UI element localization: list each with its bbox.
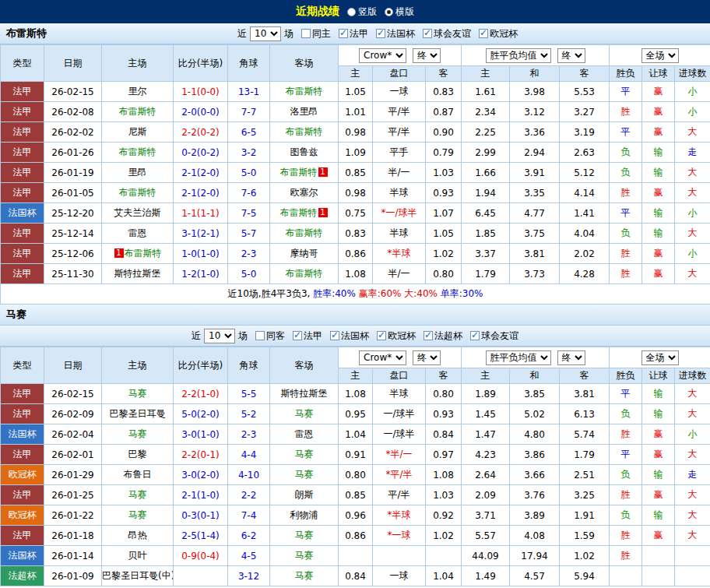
away-team-cell[interactable]: 布雷斯特: [270, 82, 339, 102]
games-count-select[interactable]: 10: [204, 329, 235, 343]
games-count-select[interactable]: 10: [250, 26, 281, 41]
away-team-cell[interactable]: 马赛: [270, 445, 339, 465]
avg-odds-select[interactable]: 胜平负均值: [486, 350, 551, 365]
match-row: 欧冠杯 26-01-29 布鲁日 3-0(2-0) 4-10 马赛 0.80 *…: [1, 465, 710, 485]
stats-summary-row: 近10场,胜4平3负3, 胜率:40% 赢率:60% 大:40% 单率:30%: [1, 284, 710, 305]
checkbox-icon[interactable]: [255, 331, 265, 340]
scope-select[interactable]: 全场: [641, 350, 679, 365]
away-team-cell[interactable]: 欧塞尔: [270, 183, 339, 203]
away-team-cell[interactable]: 布雷斯特: [270, 122, 339, 143]
corner-count-cell: 3-2: [228, 143, 270, 163]
away-team-cell[interactable]: 雷恩: [270, 424, 339, 445]
checkbox-icon[interactable]: [377, 331, 386, 340]
filter-option[interactable]: 同客: [255, 329, 285, 343]
corner-count-cell: 6-5: [228, 122, 270, 143]
checkbox-icon[interactable]: [301, 29, 311, 38]
avg-odds-select[interactable]: 胜平负均值: [486, 48, 551, 63]
home-team-cell[interactable]: 艾夫兰治斯: [102, 203, 174, 224]
filter-option[interactable]: 法国杯: [330, 329, 369, 343]
home-team-cell[interactable]: 马赛: [102, 384, 174, 404]
home-team-cell[interactable]: 布鲁日: [102, 465, 174, 485]
filter-bar-row: 近10场同客法甲法国杯欧冠杯法超杯球会友谊: [0, 326, 710, 347]
checkbox-icon[interactable]: [293, 331, 302, 340]
filter-option[interactable]: 欧冠杯: [479, 27, 518, 40]
filter-option[interactable]: 法国杯: [376, 27, 415, 40]
away-team-cell[interactable]: 马赛: [270, 526, 339, 546]
checkbox-icon[interactable]: [470, 331, 480, 340]
filter-option[interactable]: 法超杯: [424, 329, 462, 343]
odds-source-select[interactable]: Crow*: [359, 48, 406, 63]
avg-stage-select[interactable]: 终: [557, 48, 585, 63]
home-team-cell[interactable]: 贝叶: [102, 546, 174, 566]
away-team-cell[interactable]: 利物浦: [270, 505, 339, 526]
match-row: 法甲 26-01-25 马赛 2-1(1-0) 2-2 朗斯 0.85 平/半 …: [1, 485, 710, 505]
layout-vertical-option[interactable]: 竖版: [347, 5, 377, 19]
filter-option[interactable]: 欧冠杯: [377, 329, 416, 343]
home-team-cell[interactable]: 1布雷斯特: [102, 244, 174, 264]
corner-count-cell: 4-4: [228, 445, 270, 465]
scope-select[interactable]: 全场: [641, 48, 679, 63]
away-team-cell[interactable]: 马赛: [270, 404, 339, 424]
home-team-cell[interactable]: 里昂: [102, 163, 174, 183]
avg-home-odds-cell: 2.34: [462, 102, 510, 122]
filter-option[interactable]: 法甲: [293, 329, 322, 343]
result-handicap-cell: [642, 566, 675, 586]
league-type-cell: 法国杯: [1, 203, 44, 224]
away-team-cell[interactable]: 马赛: [270, 546, 339, 566]
handicap-line-cell: 一/球半: [373, 424, 426, 445]
home-team-cell[interactable]: 巴黎圣日耳曼(中): [102, 566, 174, 586]
filter-option[interactable]: 球会友谊: [470, 329, 518, 343]
odds-stage-select[interactable]: 终: [413, 48, 441, 63]
avg-stage-select[interactable]: 终: [557, 350, 585, 365]
home-team-cell[interactable]: 尼斯: [102, 122, 174, 143]
handicap-away-odds-cell: 0.92: [426, 505, 462, 526]
home-team-cell[interactable]: 雷恩: [102, 224, 174, 244]
away-team-cell[interactable]: 朗斯: [270, 485, 339, 505]
home-team-cell[interactable]: 里尔: [102, 82, 174, 102]
home-team-cell[interactable]: 昂热: [102, 526, 174, 546]
filter-option[interactable]: 法甲: [339, 27, 368, 40]
home-team-cell[interactable]: 布雷斯特: [102, 143, 174, 163]
result-goals-cell: 走: [675, 143, 710, 163]
avg-away-odds-cell: 5.12: [560, 163, 610, 183]
home-team-cell[interactable]: 马赛: [102, 424, 174, 445]
home-team-cell[interactable]: 布雷斯特: [102, 183, 174, 203]
radio-checked-icon[interactable]: [385, 8, 393, 16]
away-team-cell[interactable]: 布雷斯特: [270, 224, 339, 244]
filter-option[interactable]: 球会友谊: [423, 27, 471, 40]
home-team-cell[interactable]: 巴黎圣日耳曼: [102, 404, 174, 424]
checkbox-icon[interactable]: [424, 331, 433, 340]
away-team-cell[interactable]: 图鲁兹: [270, 143, 339, 163]
team-name: 马赛: [128, 489, 147, 500]
col-header-type: 类型: [1, 347, 44, 384]
checkbox-icon[interactable]: [423, 29, 432, 38]
radio-icon[interactable]: [347, 8, 356, 16]
handicap-line-cell: 半球: [373, 183, 426, 203]
home-team-cell[interactable]: 马赛: [102, 485, 174, 505]
filter-label: 法甲: [304, 329, 322, 343]
home-team-cell[interactable]: 巴黎: [102, 445, 174, 465]
checkbox-icon[interactable]: [330, 331, 339, 340]
layout-horizontal-option[interactable]: 横版: [385, 5, 414, 19]
away-team-cell[interactable]: 马赛: [270, 566, 339, 586]
away-team-cell[interactable]: 斯特拉斯堡: [270, 384, 339, 404]
home-team-cell[interactable]: 布雷斯特: [102, 102, 174, 122]
away-team-cell[interactable]: 布雷斯特1: [270, 203, 339, 224]
checkbox-icon[interactable]: [376, 29, 385, 38]
odds-source-select[interactable]: Crow*: [359, 350, 406, 365]
result-goals-cell: 大: [675, 526, 710, 546]
home-team-cell[interactable]: 斯特拉斯堡: [102, 264, 174, 284]
away-team-cell[interactable]: 马赛: [270, 465, 339, 485]
away-team-cell[interactable]: 洛里昂: [270, 102, 339, 122]
away-team-cell[interactable]: 布雷斯特: [270, 264, 339, 284]
away-team-cell[interactable]: 摩纳哥: [270, 244, 339, 264]
handicap-away-odds-cell: 1.03: [426, 485, 462, 505]
filter-option[interactable]: 同主: [301, 27, 331, 40]
away-team-cell[interactable]: 布雷斯特1: [270, 163, 339, 183]
checkbox-icon[interactable]: [479, 29, 488, 38]
odds-stage-select[interactable]: 终: [413, 350, 441, 365]
home-team-cell[interactable]: 马赛: [102, 505, 174, 526]
avg-draw-odds-cell: 2.94: [510, 143, 560, 163]
filter-label: 法超杯: [434, 329, 462, 343]
checkbox-icon[interactable]: [339, 29, 348, 38]
